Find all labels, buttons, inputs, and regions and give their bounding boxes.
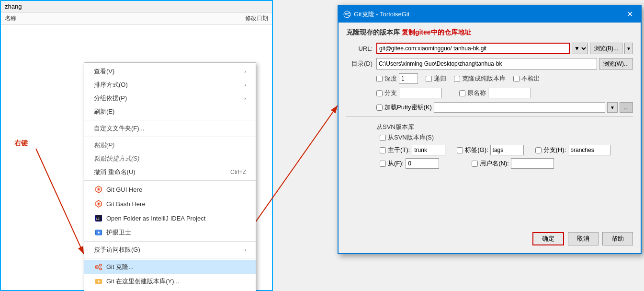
svn-checkbox[interactable]	[380, 135, 386, 141]
menu-item-huyan[interactable]: 护眼卫士	[84, 225, 256, 240]
svg-point-24	[345, 13, 346, 14]
menu-item-git-create[interactable]: Git 在这里创建版本库(Y)...	[84, 274, 256, 289]
trunk-input[interactable]	[412, 145, 445, 155]
url-dropdown[interactable]: ▼	[572, 43, 588, 54]
menu-item-git-clone[interactable]: Git 克隆...	[84, 260, 256, 274]
username-label: 用户名(N):	[480, 159, 509, 168]
menu-divider-4	[84, 241, 256, 242]
username-input[interactable]	[511, 158, 554, 169]
browse-url-button[interactable]: 浏览(B)...	[590, 43, 622, 54]
url-input[interactable]	[376, 43, 570, 54]
arrow-icon: ›	[244, 247, 246, 253]
branches-input[interactable]	[568, 145, 611, 155]
git-clone-dialog: Git克隆 - TortoiseGit ✕ 克隆现存的版本库 复制gitee中的…	[338, 5, 642, 254]
branch-checkbox[interactable]	[376, 90, 383, 96]
menu-item-git-gui[interactable]: Git GUI Here	[84, 182, 256, 197]
depth-value-input[interactable]	[399, 73, 418, 84]
menu-item-sort-label: 排序方式(O)	[94, 81, 128, 89]
putty-browse-button[interactable]: ...	[620, 102, 633, 113]
help-button[interactable]: 帮助	[602, 232, 633, 245]
svn-checkbox-group: 从SVN版本库(S)	[380, 133, 434, 142]
tags-label: 标签(G):	[465, 146, 488, 154]
menu-item-custom-folder-label: 自定义文件夹(F)...	[94, 124, 144, 133]
depth-group: 深度	[376, 73, 418, 84]
no-checkout-label: 不检出	[521, 74, 540, 83]
putty-label: 加载Putty密钥(K)	[384, 103, 432, 112]
menu-item-git-bash[interactable]: Git Bash Here	[84, 197, 256, 211]
branches-label: 分支(H):	[543, 146, 566, 154]
origin-input[interactable]	[488, 88, 531, 98]
origin-group: 原名称	[459, 88, 531, 98]
from-field: 从(F):	[380, 158, 439, 169]
menu-item-sort[interactable]: 排序方式(O) ›	[84, 78, 256, 92]
menu-item-intellij[interactable]: IJ Open Folder as IntelliJ IDEA Project	[84, 211, 256, 225]
from-input[interactable]	[406, 158, 439, 169]
menu-item-tortoisegit[interactable]: TortoiseGit(T) ›	[84, 289, 256, 291]
menu-item-git-clone-label: Git 克隆...	[106, 263, 134, 271]
tags-checkbox[interactable]	[457, 147, 463, 153]
branch-label: 分支	[384, 89, 397, 97]
menu-item-undo-rename-label: 撤消 重命名(U)	[94, 168, 136, 176]
url-label: URL:	[346, 45, 373, 52]
dir-input[interactable]	[376, 58, 597, 70]
dir-label: 目录(D)	[346, 59, 373, 68]
recursive-checkbox[interactable]	[426, 76, 432, 82]
clone-bare-checkbox[interactable]	[454, 76, 460, 82]
clone-bare-group: 克隆成纯版本库	[454, 74, 506, 83]
putty-input[interactable]	[434, 102, 605, 113]
menu-item-group[interactable]: 分组依据(P) ›	[84, 92, 256, 105]
depth-checkbox[interactable]	[376, 76, 383, 82]
options-row-1: 深度 递归 克隆成纯版本库 不检出	[346, 73, 633, 84]
origin-checkbox[interactable]	[459, 90, 465, 96]
dialog-close-button[interactable]: ✕	[624, 9, 636, 20]
browse-dir-button[interactable]: 浏览(W)...	[599, 58, 633, 70]
putty-row: 加载Putty密钥(K) ▼ ...	[346, 102, 633, 113]
menu-item-git-create-label: Git 在这里创建版本库(Y)...	[106, 277, 179, 286]
arrow-icon: ›	[244, 69, 246, 74]
explorer-header: 名称 修改日期	[1, 12, 272, 25]
menu-item-view[interactable]: 查看(V) ›	[84, 65, 256, 78]
trunk-field: 主干(T):	[380, 145, 445, 155]
url-row: URL: ▼ 浏览(B)... ▼	[346, 43, 633, 54]
menu-item-git-bash-label: Git Bash Here	[106, 200, 146, 208]
col-name-header: 名称	[5, 14, 196, 23]
username-checkbox[interactable]	[472, 161, 478, 167]
dialog-titlebar: Git克隆 - TortoiseGit ✕	[339, 6, 641, 23]
from-checkbox[interactable]	[380, 161, 386, 167]
menu-item-huyan-label: 护眼卫士	[106, 228, 131, 237]
putty-dropdown[interactable]: ▼	[607, 102, 618, 113]
branch-input[interactable]	[399, 88, 442, 98]
options-row-2: 分支 原名称	[346, 88, 633, 98]
tags-input[interactable]	[490, 145, 524, 155]
git-clone-icon	[94, 262, 103, 272]
recursive-label: 递归	[434, 74, 446, 83]
menu-item-grant-access[interactable]: 授予访问权限(G) ›	[84, 243, 256, 256]
col-date-header: 修改日期	[196, 14, 268, 23]
svn-label: 从SVN版本库(S)	[388, 133, 434, 142]
menu-item-refresh[interactable]: 刷新(E)	[84, 105, 256, 118]
dir-row: 目录(D) 浏览(W)...	[346, 58, 633, 70]
no-checkout-checkbox[interactable]	[513, 76, 520, 82]
svg-point-25	[349, 12, 350, 13]
svn-divider	[346, 116, 633, 117]
menu-item-undo-rename[interactable]: 撤消 重命名(U) Ctrl+Z	[84, 165, 256, 179]
menu-divider-2	[84, 137, 256, 137]
svg-line-28	[346, 14, 349, 15]
username-field: 用户名(N):	[472, 158, 554, 169]
cancel-button[interactable]: 取消	[568, 232, 599, 245]
menu-item-paste-shortcut[interactable]: 粘贴快捷方式(S)	[84, 152, 256, 165]
arrow-icon: ›	[244, 95, 246, 101]
putty-checkbox[interactable]	[376, 105, 383, 111]
svg-point-14	[100, 264, 102, 266]
menu-item-custom-folder[interactable]: 自定义文件夹(F)...	[84, 122, 256, 135]
browse-url-dropdown-button[interactable]: ▼	[624, 43, 633, 54]
undo-shortcut: Ctrl+Z	[230, 169, 246, 175]
menu-item-paste[interactable]: 粘贴(P)	[84, 139, 256, 152]
trunk-checkbox[interactable]	[380, 147, 386, 153]
intellij-icon: IJ	[94, 213, 103, 223]
svn-trunk-row: 主干(T): 标签(G): 分支(H):	[346, 145, 633, 155]
branches-checkbox[interactable]	[535, 147, 542, 153]
ok-button[interactable]: 确定	[532, 232, 564, 245]
svg-point-5	[98, 203, 100, 205]
svg-point-2	[98, 188, 100, 190]
